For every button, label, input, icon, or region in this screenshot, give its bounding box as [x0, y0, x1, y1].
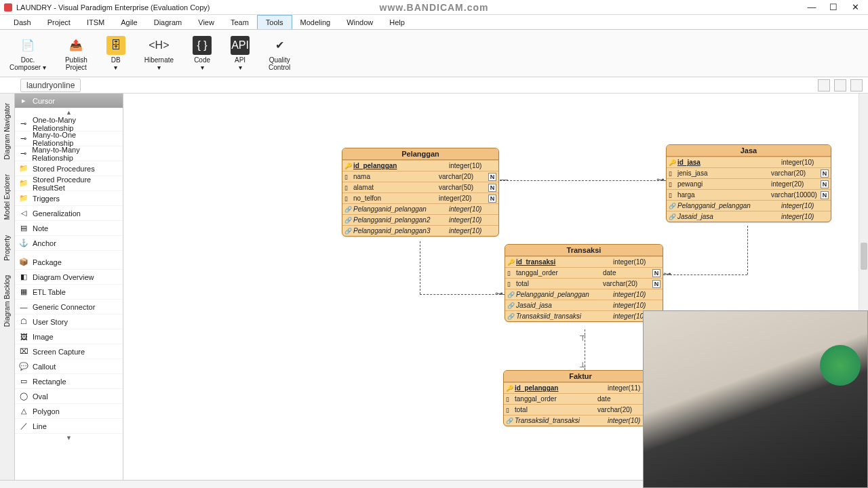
code-icon: { }	[193, 36, 212, 55]
menu-item-diagram[interactable]: Diagram	[146, 15, 191, 29]
relationship-line[interactable]	[663, 274, 747, 275]
close-button[interactable]: ✕	[850, 3, 860, 12]
palette-item-cursor[interactable]: ▸Cursor	[15, 94, 123, 108]
side-tab-property[interactable]: Property	[2, 228, 12, 268]
palette-item-one-to-many-relationship[interactable]: ⊸One-to-Many Relationship	[15, 117, 123, 131]
palette-label: Oval	[33, 392, 48, 401]
ribbon-doc-button[interactable]: 📄Doc. Composer ▾	[9, 36, 46, 71]
column-type: integer(10)	[449, 162, 496, 169]
palette-label: Stored Procedure ResultSet	[33, 176, 119, 192]
palette-item-many-to-many-relationship[interactable]: ⊸Many-to-Many Relationship	[15, 146, 123, 161]
column-row[interactable]: ▯namavarchar(20)N	[342, 171, 498, 182]
menu-item-project[interactable]: Project	[39, 15, 79, 29]
menu-item-dash[interactable]: Dash	[5, 15, 39, 29]
ribbon-db-button[interactable]: 🗄DB ▾	[106, 36, 125, 71]
column-row[interactable]: 🔗Pelangganid_pelanggan2integer(10)	[342, 214, 498, 225]
menu-item-modeling[interactable]: Modeling	[292, 15, 339, 29]
column-row[interactable]: ▯alamatvarchar(50)N	[342, 182, 498, 192]
column-row[interactable]: ▯hargavarchar(10000)N	[667, 189, 831, 200]
column-row[interactable]: 🔗Pelangganid_pelanggan3integer(10)	[342, 225, 498, 236]
menu-bar: DashProjectITSMAgileDiagramViewTeamTools…	[0, 15, 868, 30]
palette-item-line[interactable]: ／Line	[15, 419, 123, 434]
view-toggle-icon[interactable]	[818, 79, 830, 92]
column-row[interactable]: 🔗Pelangganid_pelangganinteger(10)	[667, 200, 831, 211]
palette-item-triggers[interactable]: 📁Triggers	[15, 191, 123, 206]
column-row[interactable]: ▯totalvarchar(20)N	[505, 278, 663, 289]
menu-item-window[interactable]: Window	[338, 15, 381, 29]
column-row[interactable]: 🔗Jasaid_jasainteger(10)	[667, 211, 831, 222]
menu-item-itsm[interactable]: ITSM	[79, 15, 113, 29]
view-toggle-icon[interactable]	[834, 79, 846, 92]
menu-item-view[interactable]: View	[190, 15, 222, 29]
column-type: integer(10)	[781, 159, 829, 166]
column-row[interactable]: ▯jenis_jasavarchar(20)N	[667, 167, 831, 178]
palette-item-stored-procedure-resultset[interactable]: 📁Stored Procedure ResultSet	[15, 176, 123, 191]
column-row[interactable]: 🔑id_pelangganinteger(11)	[504, 382, 657, 393]
column-row[interactable]: 🔗Pelangganid_pelangganinteger(10)	[505, 289, 663, 300]
column-row[interactable]: 🔗Jasaid_jasainteger(10)	[505, 300, 663, 310]
side-tab-model-explorer[interactable]: Model Explorer	[2, 167, 12, 226]
column-row[interactable]: 🔑id_transaksiinteger(10)	[505, 256, 663, 267]
ribbon-hib-button[interactable]: <H>Hibernate ▾	[144, 36, 174, 71]
palette-item-package[interactable]: 📦Package	[15, 255, 123, 270]
palette-item-generalization[interactable]: ◁Generalization	[15, 206, 123, 221]
ribbon-label: Code ▾	[194, 56, 210, 71]
menu-item-tools[interactable]: Tools	[257, 15, 292, 29]
relationship-line[interactable]	[747, 226, 748, 274]
menu-item-team[interactable]: Team	[222, 15, 257, 29]
view-toggle-icon[interactable]	[850, 79, 863, 92]
column-icon: ▯	[344, 184, 351, 191]
palette-label: Line	[33, 422, 47, 430]
ribbon-publish-button[interactable]: 📤Publish Project	[65, 36, 87, 71]
entity-faktur[interactable]: Faktur🔑id_pelangganinteger(11)▯tanggal_o…	[503, 370, 658, 426]
palette-item-image[interactable]: 🖼Image	[15, 329, 123, 344]
entity-pelanggan[interactable]: Pelanggan🔑id_pelangganinteger(10)▯namava…	[342, 148, 499, 237]
column-row[interactable]: ▯tanggal_orderdateN	[504, 393, 657, 404]
palette-item-stored-procedures[interactable]: 📁Stored Procedures	[15, 161, 123, 176]
palette-item-callout[interactable]: 💬Callout	[15, 359, 123, 374]
entity-jasa[interactable]: Jasa🔑id_jasainteger(10)▯jenis_jasavarcha…	[666, 144, 831, 222]
palette-scroll-down[interactable]: ▼	[15, 434, 123, 442]
palette-item-oval[interactable]: ◯Oval	[15, 389, 123, 404]
column-row[interactable]: ▯pewangiinteger(20)N	[667, 178, 831, 189]
relationship-line[interactable]	[420, 241, 420, 294]
menu-item-help[interactable]: Help	[381, 15, 413, 29]
column-row[interactable]: ▯totalvarchar(20)N	[504, 404, 657, 415]
column-name: Pelangganid_pelanggan2	[353, 216, 447, 224]
column-name: total	[515, 406, 595, 413]
column-row[interactable]: 🔑id_pelangganinteger(10)	[342, 160, 498, 171]
ribbon-code-button[interactable]: { }Code ▾	[193, 36, 212, 71]
palette-item-generic-connector[interactable]: —Generic Connector	[15, 300, 123, 314]
column-row[interactable]: 🔑id_jasainteger(10)	[667, 157, 831, 167]
side-tab-diagram-backlog[interactable]: Diagram Backlog	[2, 268, 12, 333]
maximize-button[interactable]: ☐	[829, 3, 838, 12]
side-tab-diagram-navigator[interactable]: Diagram Navigator	[2, 96, 12, 166]
column-type: date	[603, 269, 650, 277]
breadcrumb[interactable]: laundryonline	[20, 79, 81, 92]
palette-item-user-story[interactable]: ☖User Story	[15, 314, 123, 329]
palette-item-etl-table[interactable]: ▦ETL Table	[15, 285, 123, 300]
ribbon-label: Quality Control	[269, 56, 290, 71]
relationship-line[interactable]	[420, 294, 505, 295]
palette-item-many-to-one-relationship[interactable]: ⊸Many-to-One Relationship	[15, 131, 123, 146]
column-type: integer(10)	[613, 258, 660, 266]
palette-item-diagram-overview[interactable]: ◧Diagram Overview	[15, 270, 123, 285]
column-row[interactable]: 🔗Transaksiid_transaksiinteger(10)	[505, 310, 663, 321]
hib-icon: <H>	[149, 36, 168, 55]
palette-item-anchor[interactable]: ⚓Anchor	[15, 236, 123, 251]
menu-item-agile[interactable]: Agile	[113, 15, 145, 29]
ribbon-qc-button[interactable]: ✔Quality Control	[269, 36, 290, 71]
column-row[interactable]: ▯tanggal_orderdateN	[505, 267, 663, 278]
palette-item-screen-capture[interactable]: ⌧Screen Capture	[15, 344, 123, 359]
palette-item-rectangle[interactable]: ▭Rectangle	[15, 374, 123, 389]
column-row[interactable]: 🔗Transaksiid_transaksiinteger(10)	[504, 415, 657, 426]
ribbon-api-button[interactable]: APIAPI ▾	[231, 36, 250, 71]
minimize-button[interactable]: —	[807, 3, 816, 12]
column-name: total	[516, 280, 601, 287]
column-row[interactable]: ▯no_telfoninteger(20)N	[342, 192, 498, 203]
entity-transaksi[interactable]: Transaksi🔑id_transaksiinteger(10)▯tangga…	[505, 244, 663, 322]
palette-item-polygon[interactable]: △Polygon	[15, 404, 123, 419]
palette-item-note[interactable]: ▤Note	[15, 221, 123, 236]
column-row[interactable]: 🔗Pelangganid_pelangganinteger(10)	[342, 203, 498, 214]
relationship-line[interactable]	[500, 180, 666, 181]
